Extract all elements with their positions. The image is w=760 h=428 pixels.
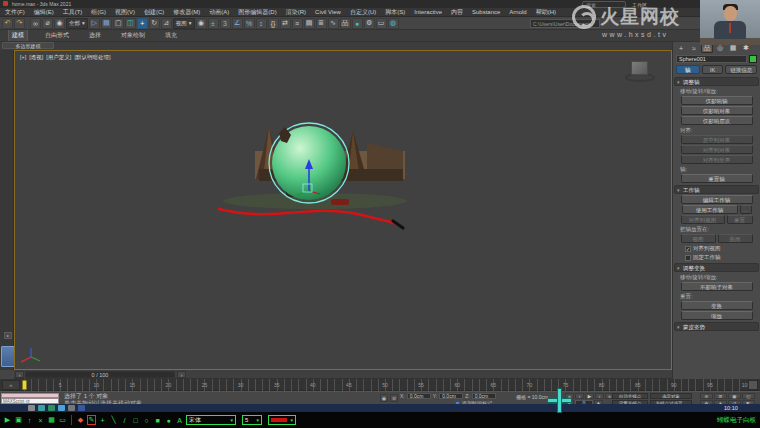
reset-pivot-button[interactable]: 重置轴 — [681, 174, 753, 183]
y-coordinate-field[interactable]: 0.0cm — [439, 393, 463, 399]
ribbon-tab-freeform[interactable]: 自由形式 — [42, 30, 72, 41]
polygon-modeling-button[interactable]: 多边形建模 — [2, 42, 54, 49]
next-frame-button[interactable]: › — [595, 393, 604, 399]
time-slider[interactable] — [22, 380, 27, 390]
percent-snap-icon[interactable]: % — [244, 18, 255, 29]
viewport[interactable]: [+] [透视] [用户定义] [默认明暗处理] — [14, 50, 672, 370]
link-info-mode-button[interactable]: 链接信息 — [725, 65, 757, 74]
select-and-manipulate-icon[interactable]: ± — [208, 18, 219, 29]
align-to-view-checkbox[interactable]: ✓ 对齐到视图 — [685, 245, 760, 252]
menu-file[interactable]: 文件(F) — [5, 8, 25, 17]
timeline-end-handle[interactable] — [748, 380, 758, 390]
select-object-icon[interactable]: ▷ — [89, 18, 100, 29]
taskbar-app-icon[interactable] — [78, 405, 85, 411]
ik-mode-button[interactable]: IK — [702, 65, 724, 74]
line-tool-icon[interactable]: ╲ — [109, 415, 118, 425]
window-crossing-icon[interactable]: ◫ — [125, 18, 136, 29]
annotation-color-dropdown[interactable]: ▾ — [268, 415, 296, 425]
align-icon[interactable]: ≡ — [292, 18, 303, 29]
unlink-selection-icon[interactable]: ⌀ — [42, 18, 53, 29]
menu-edit[interactable]: 编辑(E) — [34, 8, 54, 17]
annotation-close-icon[interactable]: × — [36, 415, 45, 425]
menu-rendering[interactable]: 渲染(R) — [286, 8, 306, 17]
annotation-run-icon[interactable]: ▶ — [3, 415, 12, 425]
create-tab-icon[interactable]: + — [675, 43, 687, 53]
menu-customize[interactable]: 自定义(U) — [350, 8, 376, 17]
viewport-general-menu[interactable]: [+] — [20, 54, 26, 61]
menu-graph-editors[interactable]: 图形编辑器(D) — [238, 8, 276, 17]
taskbar-app-icon[interactable] — [68, 405, 75, 411]
curve-editor-icon[interactable]: ∿ — [328, 18, 339, 29]
place-view-button[interactable]: 视图 — [681, 234, 716, 243]
search-input[interactable]: 搜索 — [582, 1, 626, 8]
bind-to-space-warp-icon[interactable]: ◉ — [54, 18, 65, 29]
object-name-field[interactable]: Sphere001 — [676, 55, 747, 63]
trackbar-prev-button[interactable]: ‹ — [15, 371, 24, 378]
go-to-start-button[interactable]: « — [565, 393, 574, 399]
eraser-tool-icon[interactable]: ◆ — [76, 415, 85, 425]
selection-lock-icon[interactable]: ⊘ — [390, 394, 398, 402]
annotation-font-dropdown[interactable]: 宋体 ▾ — [186, 415, 236, 425]
select-and-scale-icon[interactable]: ⊿ — [161, 18, 172, 29]
strip-expand-button[interactable]: ▸ — [4, 332, 12, 339]
render-icon[interactable]: ◍ — [388, 18, 399, 29]
viewport-pov-menu[interactable]: [透视] — [29, 54, 43, 61]
arrow-tool-icon[interactable]: + — [98, 415, 107, 425]
annotation-folder-icon[interactable]: ▭ — [58, 415, 67, 425]
center-to-object-button[interactable]: 居中到对象 — [681, 135, 753, 144]
taskbar-app-icon[interactable] — [38, 405, 45, 411]
z-coordinate-field[interactable]: 0.0cm — [472, 393, 496, 399]
filled-circle-tool-icon[interactable]: ● — [164, 415, 173, 425]
ribbon-tab-selection[interactable]: 选择 — [86, 30, 104, 41]
menu-tools[interactable]: 工具(T) — [63, 8, 83, 17]
menu-substance[interactable]: Substance — [472, 9, 500, 15]
align-to-object-button[interactable]: 对齐到对象 — [681, 145, 753, 154]
workspace-selector[interactable]: 工作区 — [632, 2, 647, 8]
menu-content[interactable]: 内容 — [451, 8, 463, 17]
menu-views[interactable]: 视图(V) — [115, 8, 135, 17]
snaps-toggle-icon[interactable]: 3 — [220, 18, 231, 29]
undo-icon[interactable]: ↶ — [2, 18, 13, 29]
taskbar-app-icon[interactable] — [58, 405, 65, 411]
reference-coordinate-dropdown[interactable]: 视图▾ — [173, 18, 195, 29]
schematic-view-icon[interactable]: 品 — [340, 18, 351, 29]
layer-manager-icon[interactable]: ▤ — [304, 18, 315, 29]
object-color-swatch[interactable] — [749, 55, 757, 63]
pencil-tool-icon[interactable]: ✎ — [87, 415, 96, 425]
working-pivot-options-button[interactable]: ... — [740, 205, 752, 214]
redo-icon[interactable]: ↷ — [14, 18, 25, 29]
select-by-name-icon[interactable]: ▤ — [101, 18, 112, 29]
use-pivot-center-icon[interactable]: ◉ — [196, 18, 207, 29]
material-editor-icon[interactable]: ● — [352, 18, 363, 29]
menu-group[interactable]: 组(G) — [91, 8, 106, 17]
rollout-adjust-pivot[interactable]: ▾调整轴 — [674, 77, 759, 86]
affect-pivot-only-button[interactable]: 仅影响轴 — [681, 96, 753, 105]
select-and-rotate-icon[interactable]: ↻ — [149, 18, 160, 29]
spinner-snap-icon[interactable]: ↕ — [256, 18, 267, 29]
auto-key-button[interactable]: 自动关键点 — [612, 393, 648, 399]
annotation-upload-icon[interactable]: ↑ — [25, 415, 34, 425]
ribbon-tab-modeling[interactable]: 建模 — [8, 30, 28, 41]
menu-help[interactable]: 帮助(H) — [536, 8, 556, 17]
red-path-spline[interactable] — [219, 209, 397, 224]
taskbar-app-icon[interactable] — [48, 405, 55, 411]
timeline-start-button[interactable]: « — [2, 380, 20, 390]
taskbar-app-icon[interactable] — [28, 405, 35, 411]
scene-explorer-icon[interactable]: ≣ — [316, 18, 327, 29]
menu-scripting[interactable]: 脚本(S) — [385, 8, 405, 17]
zoom-icon[interactable]: ⊕ — [700, 393, 713, 399]
zoom-all-icon[interactable]: ⊞ — [714, 393, 727, 399]
annotation-save-icon[interactable]: ▣ — [14, 415, 23, 425]
timeline-ruler[interactable]: 5101520253035404550556065707580859095100 — [24, 379, 746, 391]
use-working-pivot-button[interactable]: 使用工作轴 — [682, 205, 738, 214]
dont-affect-children-button[interactable]: 不影响子对象 — [681, 282, 753, 291]
play-button[interactable]: ▶ — [585, 393, 594, 399]
rendered-frame-window-icon[interactable]: ▭ — [376, 18, 387, 29]
view-cube[interactable] — [623, 59, 657, 85]
align-to-world-button[interactable]: 对齐到世界 — [681, 155, 753, 164]
selection-set-dropdown[interactable]: 选定对象 — [650, 393, 692, 399]
project-path-field[interactable]: C:\Users\User\Documents — [530, 19, 600, 28]
select-and-link-icon[interactable]: ∞ — [30, 18, 41, 29]
menu-arnold[interactable]: Arnold — [509, 9, 526, 15]
zoom-extents-icon[interactable]: ▣ — [728, 393, 741, 399]
